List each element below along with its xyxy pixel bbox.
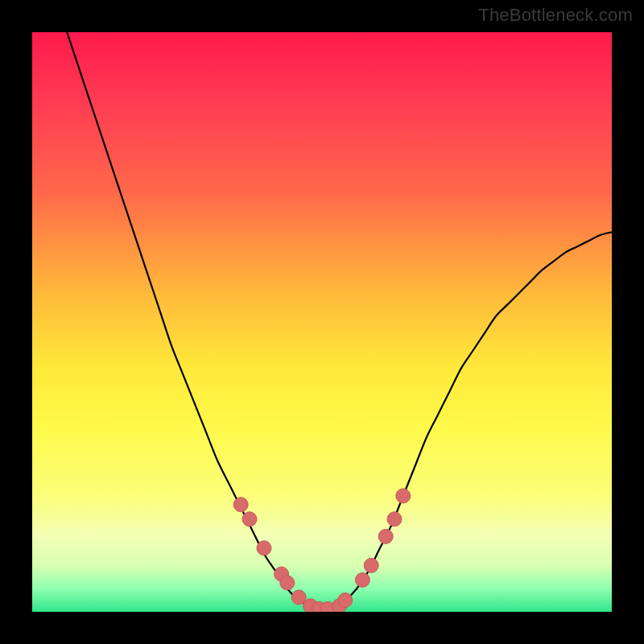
- data-marker: [387, 512, 402, 526]
- chart-frame: TheBottleneck.com: [0, 0, 644, 644]
- data-marker: [338, 593, 353, 608]
- data-marker: [396, 489, 411, 503]
- curve-right-branch: [322, 232, 612, 612]
- curve-layer: [32, 32, 612, 612]
- data-markers: [233, 489, 411, 612]
- data-marker: [280, 576, 295, 590]
- data-marker: [355, 572, 369, 587]
- data-marker: [257, 541, 271, 555]
- data-marker: [364, 558, 378, 572]
- watermark-text: TheBottleneck.com: [478, 5, 633, 26]
- data-marker: [378, 529, 393, 543]
- curve-left-branch: [67, 32, 322, 612]
- data-marker: [242, 512, 257, 526]
- data-marker: [233, 497, 248, 512]
- plot-area: [32, 32, 612, 612]
